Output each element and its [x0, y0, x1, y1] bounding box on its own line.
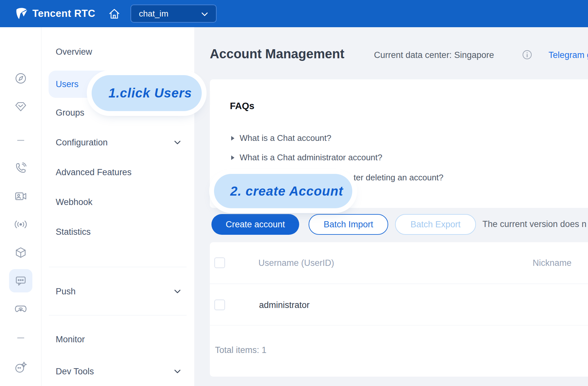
- annotation-step2: 2. create Account: [214, 174, 352, 208]
- table-divider: [210, 284, 588, 284]
- cube-icon[interactable]: [9, 241, 32, 264]
- ai-chat-sparkle-icon[interactable]: [9, 356, 32, 379]
- sidebar-divider: [49, 267, 187, 267]
- rail-divider: [17, 140, 24, 141]
- expand-triangle-icon: [231, 136, 234, 141]
- sidebar-item-label: Webhook: [56, 197, 93, 207]
- faq-item-label: What is a Chat account?: [240, 133, 331, 143]
- console-screen: Tencent RTC chat_im: [0, 0, 588, 386]
- column-header-nickname: Nickname: [533, 258, 571, 268]
- chat-icon[interactable]: [9, 269, 32, 292]
- sidebar-item-label: Advanced Features: [56, 167, 131, 177]
- app-selector[interactable]: chat_im: [130, 5, 217, 23]
- version-note: The current version does n: [482, 219, 586, 229]
- sidebar-item-overview[interactable]: Overview: [41, 38, 194, 65]
- sidebar-item-label: Groups: [56, 108, 85, 118]
- create-account-button[interactable]: Create account: [211, 214, 299, 235]
- sidebar-item-webhook[interactable]: Webhook: [41, 188, 194, 216]
- sidebar-item-label: Configuration: [56, 138, 108, 148]
- sidebar-item-statistics[interactable]: Statistics: [41, 218, 194, 245]
- annotation-text: 2. create Account: [230, 184, 343, 199]
- annotation-text: 1.click Users: [108, 86, 192, 100]
- annotation-step1: 1.click Users: [92, 75, 202, 111]
- faq-item[interactable]: What is a Chat account?: [231, 133, 331, 143]
- faq-title: FAQs: [230, 101, 254, 111]
- sidebar-item-label: Overview: [56, 47, 92, 57]
- column-header-username: Username (UserID): [258, 258, 334, 268]
- sidebar-item-configuration[interactable]: Configuration: [41, 129, 194, 156]
- sidebar-item-label: Dev Tools: [56, 367, 94, 377]
- accounts-table-card: Username (UserID) Nickname administrator…: [210, 242, 588, 377]
- sidebar-divider: [49, 315, 187, 315]
- home-icon[interactable]: [108, 7, 120, 20]
- sidebar-item-monitor[interactable]: Monitor: [41, 326, 194, 353]
- sidebar-item-label: Statistics: [56, 227, 91, 237]
- button-label: Batch Export: [411, 220, 461, 230]
- info-icon[interactable]: [522, 50, 532, 60]
- chevron-down-icon: [200, 11, 209, 17]
- faq-item[interactable]: What is a Chat administrator account?: [231, 153, 382, 163]
- gamepad-icon[interactable]: [9, 297, 32, 321]
- batch-import-button[interactable]: Batch Import: [309, 214, 388, 235]
- sidebar-item-dev-tools[interactable]: Dev Tools: [41, 358, 194, 385]
- telegram-link[interactable]: Telegram gr: [548, 50, 588, 60]
- faq-item[interactable]: ter deleting an account?: [354, 173, 444, 183]
- tencent-rtc-logo-icon: [15, 6, 29, 21]
- select-all-checkbox[interactable]: [214, 257, 225, 268]
- rail-divider: [17, 337, 24, 338]
- faq-item-label: What is a Chat administrator account?: [240, 153, 382, 163]
- gem-icon[interactable]: [9, 95, 32, 118]
- table-divider: [210, 325, 588, 325]
- data-center-label: Current data center: Singapore: [374, 50, 494, 60]
- sidebar-item-advanced-features[interactable]: Advanced Features: [41, 159, 194, 186]
- batch-export-button: Batch Export: [395, 214, 476, 235]
- button-label: Create account: [226, 220, 285, 230]
- username-cell: administrator: [259, 300, 310, 310]
- top-bar: Tencent RTC chat_im: [0, 0, 588, 27]
- brand-name: Tencent RTC: [32, 8, 95, 19]
- chevron-down-icon: [173, 368, 182, 375]
- sidebar-item-push[interactable]: Push: [41, 278, 194, 305]
- app-selector-value: chat_im: [139, 9, 168, 19]
- chevron-down-icon: [173, 288, 182, 295]
- row-checkbox[interactable]: [214, 300, 225, 310]
- chevron-down-icon: [173, 139, 182, 146]
- sidebar-item-label: Monitor: [56, 335, 85, 345]
- compass-icon[interactable]: [9, 67, 32, 90]
- product-icon-rail: [0, 27, 41, 386]
- sidebar-item-label: Users: [56, 79, 79, 89]
- sidebar-item-label: Push: [56, 287, 76, 297]
- video-camera-icon[interactable]: [9, 185, 32, 208]
- button-label: Batch Import: [323, 220, 373, 230]
- page-title: Account Management: [210, 47, 345, 61]
- expand-triangle-icon: [231, 155, 234, 160]
- faq-item-label: ter deleting an account?: [354, 173, 444, 183]
- phone-call-icon[interactable]: [9, 156, 32, 180]
- total-items-label: Total items: 1: [215, 345, 266, 355]
- broadcast-icon[interactable]: [9, 213, 32, 236]
